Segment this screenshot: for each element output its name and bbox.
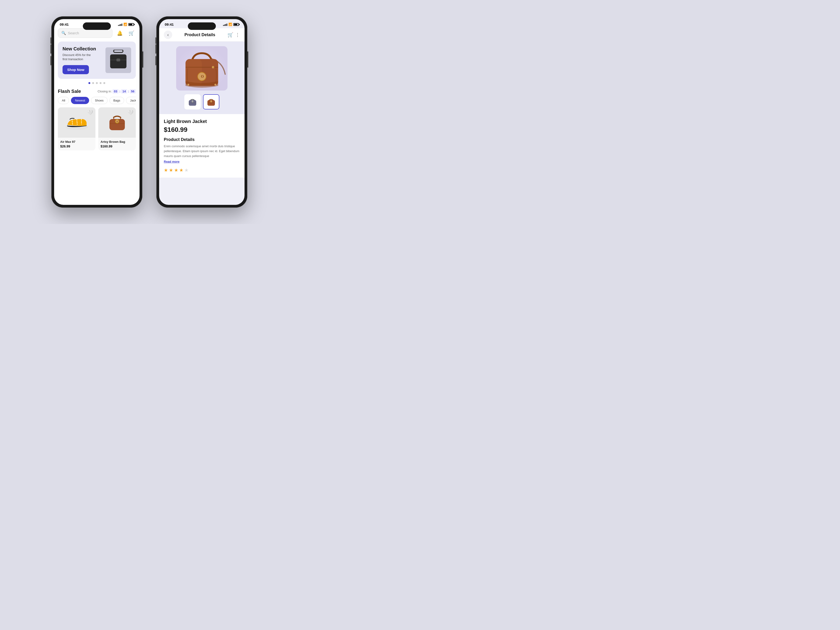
flash-sale-title: Flash Sale [58, 88, 81, 94]
filter-chips: All Newest Shoes Bags Jacke [58, 97, 136, 104]
carousel-dots [58, 82, 136, 84]
cart-icon-button[interactable]: 🛒 [127, 29, 136, 38]
dot-4[interactable] [99, 82, 101, 84]
product-card-2[interactable]: O 🤍 Artsy Brown Bag $160.99 [98, 107, 136, 150]
wishlist-icon-1[interactable]: 🤍 [87, 110, 93, 115]
svg-point-17 [187, 84, 189, 86]
banner-text: New Collection Discount 45% for thefirst… [63, 46, 96, 74]
filter-all[interactable]: All [58, 97, 69, 104]
details-heading: Product Details [164, 137, 240, 142]
signal-bar-2 [119, 25, 120, 26]
phone2: 09:41 📶 ‹ Product Details 🛒 ⋮ [156, 16, 247, 208]
product-name-detail: Light Brown Jacket [164, 119, 240, 124]
screen-content[interactable]: 🔍 Search 🔔 🛒 New Collection Discount 45%… [54, 28, 139, 205]
volume-down-button[interactable] [51, 56, 51, 65]
svg-rect-3 [117, 58, 120, 62]
battery-icon-2 [233, 23, 239, 26]
power-button-2[interactable] [247, 51, 248, 68]
status-icons-2: 📶 [223, 23, 239, 26]
star-3: ★ [174, 167, 178, 173]
sneaker-image [65, 114, 88, 131]
svg-point-21 [191, 101, 193, 103]
signal-bar-4 [122, 24, 122, 26]
svg-point-18 [215, 84, 216, 86]
svg-rect-0 [114, 50, 123, 52]
star-2: ★ [169, 167, 173, 173]
silent-switch-2[interactable] [155, 37, 156, 44]
product-detail-content[interactable]: O [159, 41, 245, 205]
signal-bar-3 [120, 24, 121, 26]
product-name-2: Artsy Brown Bag [101, 140, 133, 144]
phone2-screen: 09:41 📶 ‹ Product Details 🛒 ⋮ [159, 19, 245, 205]
details-description: Enim commodo scelerisque amet morbi duis… [164, 144, 240, 158]
thumbnail-2[interactable] [203, 94, 219, 109]
phone1-screen: 09:41 📶 🔍 Search [54, 19, 139, 205]
star-4: ★ [179, 167, 183, 173]
banner-bag-icon [109, 50, 128, 71]
colon-2: : [128, 90, 129, 93]
signal-bars-icon-2 [223, 23, 227, 26]
product-details-section: Light Brown Jacket $160.99 Product Detai… [159, 114, 245, 178]
product-name-1: Air Max 97 [60, 140, 93, 144]
signal-bar-2-2 [224, 25, 225, 26]
signal-bar-2-4 [227, 24, 227, 26]
silent-switch[interactable] [51, 37, 51, 44]
volume-down-button-2[interactable] [155, 56, 156, 65]
filter-newest[interactable]: Newest [71, 97, 89, 104]
product-hero: O [159, 41, 245, 114]
wishlist-icon-2[interactable]: 🤍 [128, 110, 133, 115]
volume-up-button-2[interactable] [155, 44, 156, 54]
shop-now-button[interactable]: Shop Now [63, 65, 89, 74]
star-5: ★ [184, 167, 188, 173]
minutes-badge: 14 [121, 89, 127, 93]
product-price-detail: $160.99 [164, 126, 240, 133]
wifi-icon: 📶 [123, 23, 127, 26]
nav-title: Product Details [172, 32, 227, 37]
cart-button[interactable]: 🛒 [227, 32, 233, 38]
phone1: 09:41 📶 🔍 Search [51, 16, 142, 208]
thumb2-icon [206, 97, 216, 107]
dot-2[interactable] [92, 82, 94, 84]
svg-text:O: O [201, 74, 204, 78]
more-options-button[interactable]: ⋮ [235, 32, 240, 38]
dot-3[interactable] [96, 82, 98, 84]
thumbnail-1[interactable] [184, 94, 201, 109]
banner-image [106, 47, 131, 73]
filter-jackets[interactable]: Jacke [126, 97, 136, 104]
product-price-1: $26.99 [60, 144, 93, 148]
banner-subtitle: Discount 45% for thefirst transaction [63, 53, 96, 62]
bag-image: O [107, 113, 128, 132]
cart-icon: 🛒 [129, 30, 134, 36]
power-button[interactable] [142, 51, 143, 68]
product-grid: 🤍 Air Max 97 $26.99 [58, 107, 136, 150]
product-thumbnails [184, 94, 219, 109]
signal-bar-2-3 [226, 24, 226, 26]
signal-bar-2-1 [223, 25, 224, 26]
closing-label: Closing in: [98, 90, 112, 93]
product-info-2: Artsy Brown Bag $160.99 [98, 138, 136, 150]
product-card-1[interactable]: 🤍 Air Max 97 $26.99 [58, 107, 95, 150]
notification-icon-button[interactable]: 🔔 [115, 29, 124, 38]
svg-rect-14 [212, 67, 214, 68]
back-button[interactable]: ‹ [164, 30, 172, 39]
dot-5[interactable] [103, 82, 105, 84]
wifi-icon-2: 📶 [229, 23, 232, 26]
status-time: 09:41 [60, 22, 69, 26]
flash-sale-header: Flash Sale Closing in: 03 : 14 : 56 [58, 88, 136, 94]
search-icon: 🔍 [62, 31, 66, 35]
dynamic-island [83, 22, 111, 30]
star-1: ★ [164, 167, 168, 173]
volume-up-button[interactable] [51, 44, 51, 54]
read-more-link[interactable]: Read more [164, 160, 180, 163]
filter-bags[interactable]: Bags [109, 97, 124, 104]
status-icons: 📶 [118, 23, 134, 26]
battery-fill-2 [234, 24, 237, 25]
hours-badge: 03 [112, 89, 118, 93]
battery-fill [129, 24, 132, 25]
dot-1[interactable] [88, 82, 90, 84]
filter-shoes[interactable]: Shoes [91, 97, 107, 104]
promo-banner: New Collection Discount 45% for thefirst… [58, 41, 136, 79]
seconds-badge: 56 [130, 89, 136, 93]
status-time-2: 09:41 [165, 22, 174, 26]
svg-point-24 [210, 101, 212, 103]
